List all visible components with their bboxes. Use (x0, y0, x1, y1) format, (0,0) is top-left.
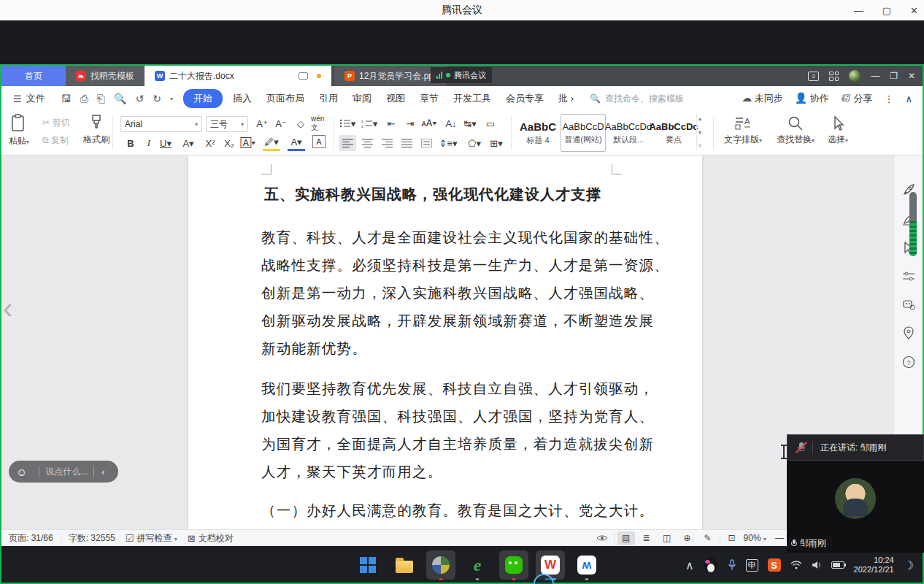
minimize-button[interactable]: — (854, 5, 863, 16)
redo-icon[interactable]: ↻ (153, 93, 161, 104)
view-ink-mode[interactable]: ✎ (699, 531, 717, 545)
view-outline-mode[interactable]: ≣ (638, 531, 655, 545)
menu-section[interactable]: 章节 (412, 89, 446, 108)
styles-scroll-up-icon[interactable]: ▴ (698, 115, 701, 122)
assistant-robot-icon[interactable] (902, 299, 915, 310)
share-button[interactable]: 🖅 分享 (841, 92, 873, 105)
print-preview-icon[interactable]: 🔍 (114, 93, 126, 104)
ime-indicator[interactable]: 申 (746, 559, 758, 572)
night-mode-icon[interactable]: ☽ (904, 558, 914, 572)
font-size-select[interactable]: 三号▾ (206, 116, 248, 132)
chat-input-placeholder[interactable]: 说点什么... (45, 466, 88, 478)
menu-member[interactable]: 会员专享 (498, 89, 551, 108)
text-layout-button[interactable]: A 文字排版▾ (724, 115, 762, 146)
wechat-button[interactable] (499, 550, 528, 580)
meeting-taskbar-button[interactable]: ʍ (572, 550, 601, 580)
line-spacing-icon[interactable]: ⇕≡▾ (439, 135, 457, 151)
clear-format-icon[interactable]: ◇ (292, 115, 309, 131)
sogou-input-icon[interactable]: S (768, 558, 781, 572)
menu-view[interactable]: 视图 (379, 89, 412, 108)
align-right-icon[interactable] (378, 135, 396, 151)
app-grid-icon[interactable] (829, 72, 839, 81)
emoji-icon[interactable]: ☺ (16, 466, 27, 478)
eye-protect-icon[interactable] (596, 534, 608, 542)
overlay-prev-arrow[interactable]: ‹ (3, 293, 12, 323)
text-tool-icon[interactable]: 🗚▾ (420, 115, 438, 131)
subscript-icon[interactable]: X₂ (220, 135, 238, 151)
location-pin-icon[interactable] (903, 326, 915, 339)
document-page[interactable]: 五、实施科教兴国战略，强化现代化建设人才支撑 教育、科技、人才是全面建设社会主义… (188, 155, 702, 529)
collaborate-button[interactable]: 👤 协作 (795, 92, 829, 105)
view-web-mode[interactable]: ⊕ (679, 531, 696, 545)
maximize-button[interactable]: ▢ (882, 5, 891, 16)
char-border-icon[interactable]: A (312, 135, 326, 148)
align-left-icon[interactable] (339, 135, 356, 151)
tab-presentation[interactable]: P 12月党员学习会.ppt (334, 66, 446, 86)
char-style-icon[interactable]: A▾ (180, 135, 197, 151)
cut-button[interactable]: ✂ 剪切 (42, 117, 69, 129)
text-effect-icon[interactable]: 🄰▾ (239, 135, 257, 151)
sync-status[interactable]: ☁ 未同步 (742, 92, 783, 105)
word-count[interactable]: 字数: 32555 (69, 532, 115, 545)
menu-dev-tools[interactable]: 开发工具 (446, 89, 498, 108)
increase-font-icon[interactable]: A⁺ (253, 115, 271, 131)
superscript-icon[interactable]: X² (201, 135, 219, 151)
select-button[interactable]: 选择▾ (828, 115, 848, 146)
justify-icon[interactable] (398, 135, 415, 151)
underline-icon[interactable]: U▾ (157, 135, 174, 151)
file-menu[interactable]: ☰ 文件 (1, 92, 54, 105)
command-search[interactable]: 🔍 查找命令、搜索模板 (590, 93, 714, 105)
style-heading4[interactable]: AaBbC 标题 4 (515, 114, 561, 152)
ruler-icon[interactable]: ▭ (482, 115, 499, 131)
vertical-scrollbar[interactable] (909, 192, 917, 256)
help-icon[interactable]: ? (902, 356, 915, 369)
distribute-icon[interactable] (417, 135, 435, 151)
numbered-list-icon[interactable]: 12▾ (361, 115, 378, 131)
adjust-sliders-icon[interactable] (902, 271, 915, 283)
menu-start[interactable]: 开始 (183, 89, 223, 108)
wps-close-button[interactable]: ✕ (908, 71, 915, 81)
collapse-chat-icon[interactable]: ‹ (101, 466, 104, 477)
wps-account-avatar[interactable] (849, 70, 861, 82)
qq-tray-icon[interactable] (704, 558, 718, 572)
increase-indent-icon[interactable]: ⇥ (401, 115, 419, 131)
styles-scroll-down-icon[interactable]: ▾ (698, 129, 701, 136)
tray-expand-icon[interactable]: ∧ (685, 558, 694, 572)
find-replace-button[interactable]: 查找替换▾ (777, 115, 815, 146)
text-direction-icon[interactable]: A↓ (442, 115, 460, 131)
decrease-font-icon[interactable]: A⁻ (272, 115, 290, 131)
proofread-button[interactable]: 文档校对 (199, 532, 234, 545)
window-arrange-icon[interactable]: 2 (808, 72, 819, 81)
menu-comment-overflow[interactable]: 批 › (551, 89, 581, 108)
close-button[interactable]: ✕ (910, 5, 918, 16)
borders-icon[interactable]: ⊞▾ (488, 135, 505, 151)
style-normal-web[interactable]: AaBbCcD 普通(网站) (561, 114, 606, 152)
file-explorer-button[interactable] (390, 550, 419, 580)
menu-references[interactable]: 引用 (312, 89, 345, 108)
decrease-indent-icon[interactable]: ⇤ (382, 115, 400, 131)
menu-insert[interactable]: 插入 (226, 89, 259, 108)
menu-review[interactable]: 审阅 (345, 89, 379, 108)
document-canvas[interactable]: 五、实施科教兴国战略，强化现代化建设人才支撑 教育、科技、人才是全面建设社会主义… (1, 155, 923, 529)
tray-clock[interactable]: 10:24 2022/12/21 (854, 556, 894, 575)
zoom-out-icon[interactable]: — (775, 533, 784, 543)
mic-tray-icon[interactable] (728, 559, 736, 571)
battery-icon[interactable] (831, 561, 844, 569)
style-default-para[interactable]: AaBbCcDd 默认段... (606, 114, 651, 152)
photos-app-button[interactable] (426, 550, 455, 580)
start-button[interactable] (353, 550, 382, 580)
align-center-icon[interactable] (358, 135, 376, 151)
wrap-icon[interactable]: ↹▾ (461, 115, 479, 131)
style-keypoint[interactable]: AaBbCcDc 要点 (651, 114, 696, 152)
font-color-icon[interactable]: A▾ (288, 135, 305, 151)
export-icon[interactable]: ⎙ (80, 93, 88, 105)
participant-video-tile[interactable]: 邹雨刚 (787, 461, 924, 553)
tab-home[interactable]: 首页 (1, 66, 66, 86)
view-page-mode[interactable]: ▤ (617, 531, 635, 545)
undo-icon[interactable]: ↺ (136, 93, 145, 104)
tab-docer-templates[interactable]: ❧ 找稻壳模板 (66, 66, 145, 86)
wps-minimize-button[interactable]: — (871, 71, 879, 81)
italic-icon[interactable]: I (140, 135, 158, 151)
save-icon[interactable]: 🖫 (61, 93, 72, 104)
format-painter-button[interactable]: 格式刷 (83, 114, 109, 146)
